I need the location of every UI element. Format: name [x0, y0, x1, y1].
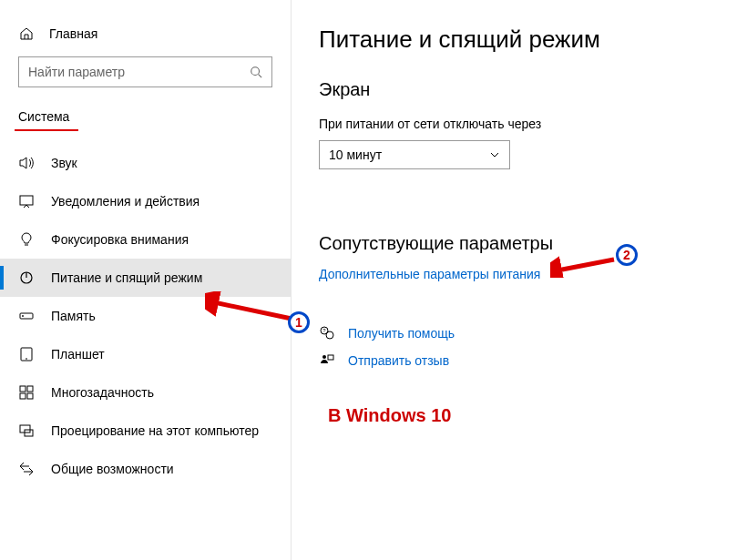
- nav-label: Общие возможности: [51, 462, 174, 476]
- annotation-badge-2: 2: [616, 244, 638, 266]
- multitask-icon: [18, 384, 35, 401]
- svg-point-16: [326, 331, 333, 339]
- tablet-icon: [18, 346, 35, 362]
- svg-point-18: [322, 355, 326, 359]
- svg-rect-12: [27, 393, 33, 399]
- search-icon: [250, 66, 262, 78]
- page-title: Питание и спящий режим: [319, 25, 720, 54]
- sound-icon: [18, 155, 35, 171]
- nav-item-sound[interactable]: Звук: [0, 144, 291, 182]
- related-title: Сопутствующие параметры: [319, 233, 720, 254]
- projecting-icon: [18, 423, 35, 439]
- annotation-underline: [15, 129, 78, 131]
- svg-line-21: [214, 302, 292, 319]
- svg-rect-2: [20, 196, 33, 205]
- svg-rect-9: [20, 386, 26, 392]
- main-content: Питание и спящий режим Экран При питании…: [292, 0, 747, 560]
- storage-icon: [18, 308, 35, 324]
- nav-label: Уведомления и действия: [51, 194, 200, 209]
- nav-label: Питание и спящий режим: [51, 270, 202, 285]
- notifications-icon: [18, 193, 35, 209]
- svg-text:?: ?: [322, 328, 326, 333]
- get-help-label: Получить помощь: [348, 326, 455, 341]
- screen-section-title: Экран: [319, 79, 720, 100]
- svg-line-23: [558, 260, 614, 270]
- svg-point-0: [251, 67, 260, 76]
- svg-line-1: [259, 75, 262, 78]
- power-icon: [18, 270, 35, 286]
- nav-label: Проецирование на этот компьютер: [51, 423, 259, 438]
- screen-off-label: При питании от сети отключать через: [319, 117, 720, 131]
- shared-icon: [18, 461, 35, 477]
- feedback-link[interactable]: Отправить отзыв: [319, 352, 720, 369]
- home-label: Главная: [49, 26, 97, 41]
- annotation-arrow-2: [550, 250, 623, 278]
- svg-rect-10: [27, 386, 33, 392]
- dropdown-value: 10 минут: [329, 148, 382, 162]
- annotation-caption: В Windows 10: [328, 405, 451, 426]
- additional-power-link[interactable]: Дополнительные параметры питания: [319, 267, 720, 281]
- search-input[interactable]: [18, 56, 272, 87]
- screen-off-dropdown[interactable]: 10 минут: [319, 140, 510, 169]
- nav-label: Звук: [51, 156, 77, 170]
- nav-label: Фокусировка внимания: [51, 232, 189, 247]
- svg-rect-19: [328, 355, 333, 360]
- nav-item-notifications[interactable]: Уведомления и действия: [0, 182, 291, 220]
- nav-label: Многозадачность: [51, 385, 154, 400]
- get-help-link[interactable]: ? Получить помощь: [319, 325, 720, 341]
- svg-point-6: [23, 316, 24, 317]
- nav-item-shared[interactable]: Общие возможности: [0, 450, 291, 488]
- annotation-badge-1: 1: [288, 311, 310, 333]
- svg-rect-11: [20, 393, 26, 399]
- get-help-icon: ?: [319, 325, 335, 341]
- nav-item-multitask[interactable]: Многозадачность: [0, 373, 291, 412]
- feedback-icon: [319, 352, 335, 369]
- home-icon: [18, 25, 35, 42]
- search-field[interactable]: [28, 65, 250, 79]
- nav-item-tablet[interactable]: Планшет: [0, 335, 291, 373]
- home-link[interactable]: Главная: [0, 18, 291, 56]
- nav-item-projecting[interactable]: Проецирование на этот компьютер: [0, 412, 291, 450]
- nav-item-focus[interactable]: Фокусировка внимания: [0, 220, 291, 259]
- sidebar: Главная Система Звук Уведомления и дейст…: [0, 0, 292, 560]
- section-label: Система: [0, 106, 87, 131]
- feedback-label: Отправить отзыв: [348, 353, 449, 368]
- focus-icon: [18, 231, 35, 248]
- nav-label: Планшет: [51, 347, 105, 361]
- nav-label: Память: [51, 309, 96, 323]
- chevron-down-icon: [489, 149, 500, 160]
- annotation-arrow-1: [205, 291, 296, 328]
